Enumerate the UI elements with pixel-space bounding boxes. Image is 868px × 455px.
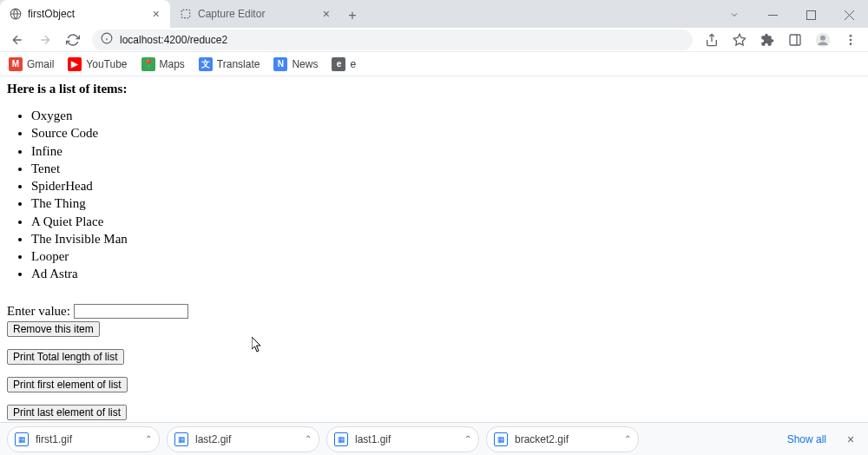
show-all-link[interactable]: Show all bbox=[780, 433, 833, 445]
chevron-up-icon[interactable]: ⌃ bbox=[145, 434, 152, 444]
url-text: localhost:4200/reduce2 bbox=[120, 34, 227, 46]
list-item: The Invisible Man bbox=[31, 230, 861, 247]
file-icon: ▦ bbox=[494, 432, 508, 446]
bookmark-icon: 📍 bbox=[141, 57, 155, 71]
bookmark-label: Gmail bbox=[27, 58, 54, 70]
close-icon[interactable]: × bbox=[840, 429, 861, 450]
download-filename: last2.gif bbox=[195, 433, 298, 445]
list-item: Oxygen bbox=[31, 107, 861, 124]
list-item: The Thing bbox=[31, 195, 861, 212]
bookmark-icon: ▶ bbox=[68, 57, 82, 71]
star-icon[interactable] bbox=[727, 28, 752, 52]
print-last-button[interactable]: Print last element of list bbox=[7, 405, 127, 420]
items-list: OxygenSource CodeInfineTenetSpiderHeadTh… bbox=[31, 107, 861, 283]
download-item[interactable]: ▦last1.gif⌃ bbox=[326, 426, 479, 452]
remove-item-button[interactable]: Remove this item bbox=[7, 321, 100, 337]
svg-point-14 bbox=[850, 43, 852, 45]
download-filename: bracket2.gif bbox=[515, 433, 617, 445]
file-icon: ▦ bbox=[334, 432, 348, 446]
forward-button[interactable] bbox=[33, 28, 57, 52]
minimize-icon[interactable] bbox=[753, 2, 792, 28]
chevron-up-icon[interactable]: ⌃ bbox=[624, 434, 631, 444]
reload-button[interactable] bbox=[61, 28, 85, 52]
input-label: Enter value: bbox=[7, 304, 74, 318]
svg-point-13 bbox=[850, 38, 852, 41]
capture-icon bbox=[179, 7, 193, 21]
bookmarks-bar: MGmail▶YouTube📍Maps文TranslateNNewsee bbox=[0, 52, 868, 76]
browser-tab[interactable]: Capture Editor × bbox=[170, 0, 340, 28]
chevron-down-icon[interactable] bbox=[715, 2, 753, 28]
page-content: Here is a list of items: OxygenSource Co… bbox=[0, 76, 868, 422]
browser-toolbar: localhost:4200/reduce2 bbox=[0, 28, 868, 52]
download-item[interactable]: ▦first1.gif⌃ bbox=[7, 426, 160, 452]
chevron-up-icon[interactable]: ⌃ bbox=[305, 434, 312, 444]
svg-rect-8 bbox=[790, 35, 800, 45]
page-heading: Here is a list of items: bbox=[7, 82, 861, 96]
bookmark-icon: 文 bbox=[199, 57, 213, 71]
svg-point-12 bbox=[850, 35, 852, 37]
svg-rect-3 bbox=[806, 10, 815, 19]
close-icon[interactable]: × bbox=[321, 7, 332, 21]
download-filename: last1.gif bbox=[355, 433, 457, 445]
bookmark-item[interactable]: 文Translate bbox=[199, 57, 260, 71]
list-item: SpiderHead bbox=[31, 177, 861, 195]
bookmark-label: Maps bbox=[160, 58, 185, 70]
file-icon: ▦ bbox=[15, 432, 29, 446]
close-window-icon[interactable] bbox=[830, 2, 868, 28]
bookmark-label: Translate bbox=[217, 58, 260, 70]
print-total-button[interactable]: Print Total length of list bbox=[7, 349, 124, 365]
side-panel-icon[interactable] bbox=[783, 28, 807, 52]
download-filename: first1.gif bbox=[36, 433, 138, 445]
bookmark-label: News bbox=[292, 58, 318, 70]
share-icon[interactable] bbox=[700, 28, 724, 52]
list-item: Looper bbox=[31, 247, 861, 265]
bookmark-label: e bbox=[350, 58, 356, 70]
bookmark-item[interactable]: ee bbox=[332, 57, 356, 71]
profile-icon[interactable] bbox=[811, 28, 835, 52]
bookmark-label: YouTube bbox=[86, 58, 127, 70]
menu-icon[interactable] bbox=[838, 28, 863, 52]
list-item: Ad Astra bbox=[31, 265, 861, 282]
address-bar[interactable]: localhost:4200/reduce2 bbox=[92, 30, 693, 50]
tab-title: Capture Editor bbox=[198, 8, 316, 20]
close-icon[interactable]: × bbox=[151, 7, 161, 21]
back-button[interactable] bbox=[5, 28, 30, 52]
info-icon bbox=[101, 32, 113, 47]
globe-icon bbox=[9, 7, 23, 21]
bookmark-icon: N bbox=[273, 57, 287, 71]
svg-rect-2 bbox=[768, 15, 778, 16]
browser-tab-active[interactable]: firstObject × bbox=[0, 0, 170, 28]
list-item: Source Code bbox=[31, 124, 861, 142]
tab-title: firstObject bbox=[28, 8, 146, 20]
list-item: A Quiet Place bbox=[31, 213, 861, 230]
bookmark-icon: M bbox=[9, 57, 23, 71]
svg-point-11 bbox=[820, 35, 825, 40]
window-controls bbox=[715, 2, 868, 28]
svg-marker-7 bbox=[733, 34, 745, 45]
bookmark-item[interactable]: NNews bbox=[273, 57, 318, 71]
value-input[interactable] bbox=[74, 304, 188, 319]
print-first-button[interactable]: Print first element of list bbox=[7, 377, 128, 392]
download-item[interactable]: ▦bracket2.gif⌃ bbox=[486, 426, 639, 452]
downloads-bar: ▦first1.gif⌃▦last2.gif⌃▦last1.gif⌃▦brack… bbox=[0, 422, 868, 455]
chevron-up-icon[interactable]: ⌃ bbox=[464, 434, 471, 444]
maximize-icon[interactable] bbox=[792, 2, 830, 28]
bookmark-item[interactable]: ▶YouTube bbox=[68, 57, 127, 71]
download-item[interactable]: ▦last2.gif⌃ bbox=[167, 426, 319, 452]
bookmark-icon: e bbox=[332, 57, 345, 71]
file-icon: ▦ bbox=[174, 432, 188, 446]
new-tab-button[interactable]: + bbox=[340, 3, 365, 28]
list-item: Tenet bbox=[31, 160, 861, 177]
list-item: Infine bbox=[31, 142, 861, 160]
bookmark-item[interactable]: MGmail bbox=[9, 57, 54, 71]
bookmark-item[interactable]: 📍Maps bbox=[141, 57, 185, 71]
extensions-icon[interactable] bbox=[755, 28, 779, 52]
browser-title-bar: firstObject × Capture Editor × + bbox=[0, 0, 868, 28]
svg-rect-1 bbox=[181, 10, 189, 17]
